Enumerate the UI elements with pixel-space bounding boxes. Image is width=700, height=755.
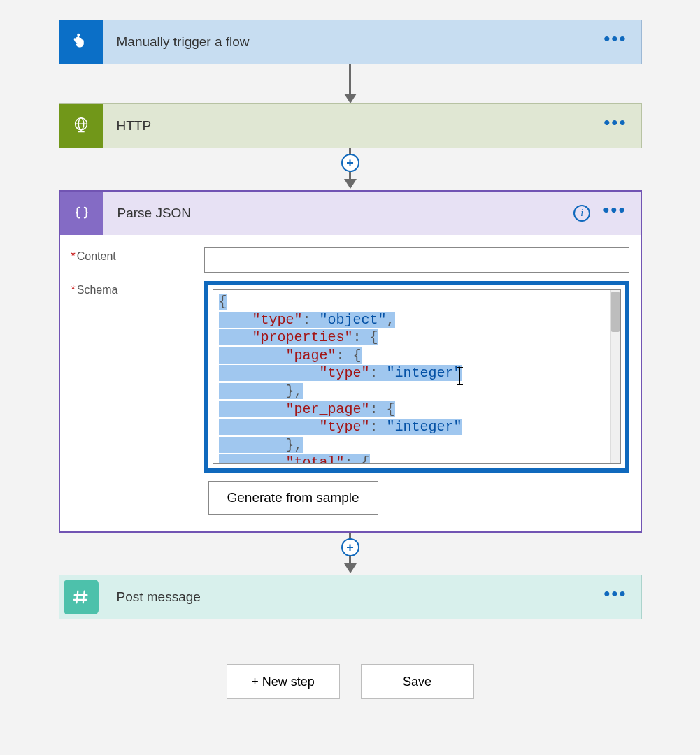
info-icon[interactable]: i (573, 205, 590, 222)
more-menu[interactable]: ••• (603, 35, 627, 49)
new-step-button[interactable]: + New step (227, 664, 340, 699)
step-http[interactable]: HTTP ••• (59, 103, 642, 148)
generate-from-sample-button[interactable]: Generate from sample (208, 481, 378, 515)
step-title: Manually trigger a flow (103, 34, 604, 50)
save-button[interactable]: Save (361, 664, 474, 699)
hash-icon (64, 580, 99, 614)
required-asterisk: * (71, 284, 76, 296)
content-label: *Content (71, 247, 204, 263)
add-step-button[interactable]: + (341, 154, 359, 172)
scrollbar-thumb[interactable] (611, 292, 620, 332)
add-step-button[interactable]: + (341, 538, 359, 556)
required-asterisk: * (71, 250, 76, 262)
more-menu[interactable]: ••• (603, 206, 626, 220)
globe-icon (59, 104, 103, 148)
scrollbar[interactable] (610, 290, 620, 463)
step-post-message[interactable]: Post message ••• (59, 575, 642, 619)
schema-highlight-box: { "type": "object", "properties": { "pag… (204, 281, 629, 473)
step-trigger[interactable]: Manually trigger a flow ••• (59, 20, 642, 64)
braces-icon (60, 192, 103, 235)
more-menu[interactable]: ••• (603, 590, 627, 604)
touch-icon (59, 20, 103, 64)
step-header[interactable]: Parse JSON i ••• (60, 192, 641, 235)
step-title: Parse JSON (103, 206, 574, 221)
more-menu[interactable]: ••• (603, 119, 627, 133)
schema-editor[interactable]: { "type": "object", "properties": { "pag… (213, 289, 621, 464)
connector: + (59, 148, 642, 190)
parse-body: *Content *Schema { "type": "object", "pr… (60, 235, 641, 531)
content-input[interactable] (204, 247, 629, 273)
step-title: Post message (103, 589, 604, 605)
svg-point-0 (77, 34, 80, 36)
footer-buttons: + New step Save (227, 664, 474, 699)
schema-label: *Schema (71, 281, 204, 473)
text-cursor (459, 367, 460, 385)
step-title: HTTP (103, 118, 604, 134)
connector: + (59, 533, 642, 575)
step-parse-json: Parse JSON i ••• *Content *Schema { "typ… (59, 190, 642, 533)
connector (59, 64, 642, 103)
